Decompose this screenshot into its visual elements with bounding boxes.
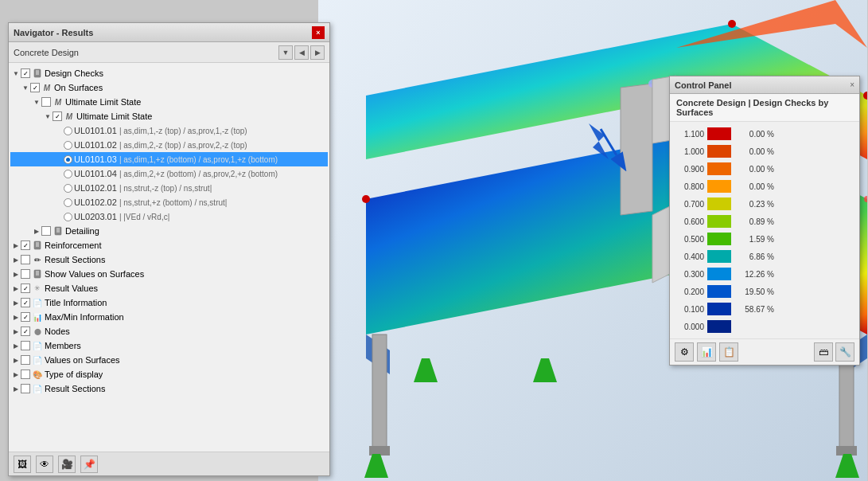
tree-item-uls-item[interactable]: ▼✓MUltimate Limit State xyxy=(10,109,328,123)
icon-title-info: 📄 xyxy=(32,297,43,308)
tree-item-members[interactable]: ▶📄Members xyxy=(10,338,328,353)
cp-chart-button[interactable]: 📊 xyxy=(697,342,716,362)
checkbox-uls-group[interactable] xyxy=(41,97,51,107)
status-pin-button[interactable]: 📌 xyxy=(80,456,98,473)
item-text-members: Members xyxy=(45,341,81,350)
radio-ul0101-02[interactable] xyxy=(64,141,72,150)
tree-item-ul0101-04[interactable]: UL0101.04 | as,dim,2,+z (bottom) / as,pr… xyxy=(10,166,328,181)
expand-arrow-values-on-surfaces[interactable]: ▶ xyxy=(12,356,20,364)
expand-arrow-result-sections[interactable]: ▶ xyxy=(12,256,20,264)
tree-item-ul0102-01[interactable]: UL0102.01 | ns,strut,-z (top) / ns,strut… xyxy=(10,181,328,195)
checkbox-result-sections[interactable] xyxy=(21,255,30,264)
legend-row-5: 0.600 0.89 % xyxy=(676,213,853,230)
icon-result-sections: ✏ xyxy=(32,254,43,265)
tree-item-values-on-surfaces[interactable]: ▶📄Values on Surfaces xyxy=(10,353,328,367)
item-text-ul0102-01: UL0102.01 | ns,strut,-z (top) / ns,strut… xyxy=(74,183,212,193)
icon-result-sections2: 📄 xyxy=(32,383,43,394)
status-eye-button[interactable]: 👁 xyxy=(36,456,53,473)
checkbox-type-of-display[interactable] xyxy=(21,370,30,379)
tree-item-nodes[interactable]: ▶✓⬤Nodes xyxy=(10,324,328,338)
nav-prev-button[interactable]: ◀ xyxy=(294,45,309,60)
item-text-values-on-surfaces: Values on Surfaces xyxy=(45,355,120,365)
tree-item-title-info[interactable]: ▶✓📄Title Information xyxy=(10,295,328,310)
tree-item-type-of-display[interactable]: ▶🎨Type of display xyxy=(10,367,328,381)
radio-ul0101-04[interactable] xyxy=(64,170,72,178)
expand-arrow-show-values[interactable]: ▶ xyxy=(12,270,20,278)
checkbox-show-values[interactable] xyxy=(21,269,30,279)
legend-pct-5: 0.89 % xyxy=(734,217,774,226)
legend-pct-1: 0.00 % xyxy=(734,147,774,156)
navigator-close-button[interactable]: × xyxy=(312,26,325,39)
item-text-nodes: Nodes xyxy=(45,327,70,336)
nav-down-button[interactable]: ▼ xyxy=(278,45,293,60)
checkbox-detailing[interactable] xyxy=(41,226,51,236)
expand-arrow-detailing[interactable]: ▶ xyxy=(33,227,41,235)
legend-color-9 xyxy=(707,285,731,298)
expand-arrow-type-of-display[interactable]: ▶ xyxy=(12,370,20,378)
control-panel-close-button[interactable]: × xyxy=(850,80,854,89)
legend-row-2: 0.900 0.00 % xyxy=(676,160,853,178)
expand-arrow-nodes[interactable]: ▶ xyxy=(12,327,20,335)
status-image-button[interactable]: 🖼 xyxy=(14,456,31,473)
expand-arrow-maxmin-info[interactable]: ▶ xyxy=(12,313,20,321)
legend-row-4: 0.700 0.23 % xyxy=(676,195,853,213)
expand-arrow-uls-item[interactable]: ▼ xyxy=(44,112,52,120)
cp-export-button[interactable]: 📋 xyxy=(719,342,738,362)
checkbox-design-checks[interactable]: ✓ xyxy=(21,68,30,78)
checkbox-nodes[interactable]: ✓ xyxy=(21,327,30,336)
legend-value-6: 0.500 xyxy=(676,235,704,244)
tree-item-on-surfaces[interactable]: ▼✓MOn Surfaces xyxy=(10,80,328,95)
tree-item-result-sections[interactable]: ▶✏Result Sections xyxy=(10,252,328,267)
item-text-ul0101-01: UL0101.01 | as,dim,1,-z (top) / as,prov,… xyxy=(74,126,247,135)
checkbox-on-surfaces[interactable]: ✓ xyxy=(30,83,40,92)
tree-item-ul0101-01[interactable]: UL0101.01 | as,dim,1,-z (top) / as,prov,… xyxy=(10,123,328,138)
control-panel-header: Concrete Design | Design Checks by Surfa… xyxy=(670,94,859,122)
radio-ul0101-01[interactable] xyxy=(64,127,72,135)
tree-item-ul0101-02[interactable]: UL0101.02 | as,dim,2,-z (top) / as,prov,… xyxy=(10,138,328,152)
toolbar-label: Concrete Design xyxy=(14,48,79,57)
tree-item-detailing[interactable]: ▶Detailing xyxy=(10,224,328,238)
checkbox-members[interactable] xyxy=(21,341,30,350)
tree-item-ul0203-01[interactable]: UL0203.01 | |VEd / vRd,c| xyxy=(10,209,328,224)
checkbox-values-on-surfaces[interactable] xyxy=(21,355,30,365)
checkbox-title-info[interactable]: ✓ xyxy=(21,298,30,307)
cp-corner-btn1[interactable]: 🗃 xyxy=(814,342,833,362)
tree-item-maxmin-info[interactable]: ▶✓📊Max/Min Information xyxy=(10,310,328,324)
svg-point-19 xyxy=(362,195,370,203)
checkbox-result-values[interactable]: ✓ xyxy=(21,284,30,293)
cp-corner-btn2[interactable]: 🔧 xyxy=(835,342,854,362)
item-text-maxmin-info: Max/Min Information xyxy=(45,312,124,322)
tree-item-result-sections2[interactable]: ▶📄Result Sections xyxy=(10,381,328,396)
radio-ul0203-01[interactable] xyxy=(64,213,72,221)
expand-arrow-uls-group[interactable]: ▼ xyxy=(33,98,41,106)
icon-detailing xyxy=(53,225,64,237)
radio-ul0102-02[interactable] xyxy=(64,198,72,207)
nav-next-button[interactable]: ▶ xyxy=(310,45,325,60)
item-text-ul0101-02: UL0101.02 | as,dim,2,-z (top) / as,prov,… xyxy=(74,140,247,150)
radio-ul0101-03[interactable] xyxy=(64,155,72,164)
expand-arrow-title-info[interactable]: ▶ xyxy=(12,299,20,307)
expand-arrow-design-checks[interactable]: ▼ xyxy=(12,69,20,77)
checkbox-result-sections2[interactable] xyxy=(21,384,30,393)
checkbox-reinforcement[interactable]: ✓ xyxy=(21,240,30,250)
legend-value-5: 0.600 xyxy=(676,217,704,226)
radio-ul0102-01[interactable] xyxy=(64,184,72,193)
tree-item-ul0102-02[interactable]: UL0102.02 | ns,strut,+z (bottom) / ns,st… xyxy=(10,195,328,209)
expand-arrow-reinforcement[interactable]: ▶ xyxy=(12,241,20,249)
expand-arrow-members[interactable]: ▶ xyxy=(12,342,20,350)
tree-item-ul0101-03[interactable]: UL0101.03 | as,dim,1,+z (bottom) / as,pr… xyxy=(10,152,328,166)
tree-item-uls-group[interactable]: ▼MUltimate Limit State xyxy=(10,95,328,109)
item-text-result-values: Result Values xyxy=(45,284,98,293)
tree-item-result-values[interactable]: ▶✓✳Result Values xyxy=(10,281,328,295)
expand-arrow-result-values[interactable]: ▶ xyxy=(12,284,20,292)
expand-arrow-on-surfaces[interactable]: ▼ xyxy=(21,84,29,92)
tree-item-reinforcement[interactable]: ▶✓Reinforcement xyxy=(10,238,328,252)
cp-settings-button[interactable]: ⚙ xyxy=(675,342,694,362)
status-camera-button[interactable]: 🎥 xyxy=(58,456,76,473)
legend-row-6: 0.500 1.59 % xyxy=(676,230,853,248)
checkbox-uls-item[interactable]: ✓ xyxy=(53,111,62,121)
checkbox-maxmin-info[interactable]: ✓ xyxy=(21,312,30,322)
tree-item-design-checks[interactable]: ▼✓Design Checks xyxy=(10,66,328,80)
expand-arrow-result-sections2[interactable]: ▶ xyxy=(12,385,20,393)
tree-item-show-values[interactable]: ▶Show Values on Surfaces xyxy=(10,267,328,281)
